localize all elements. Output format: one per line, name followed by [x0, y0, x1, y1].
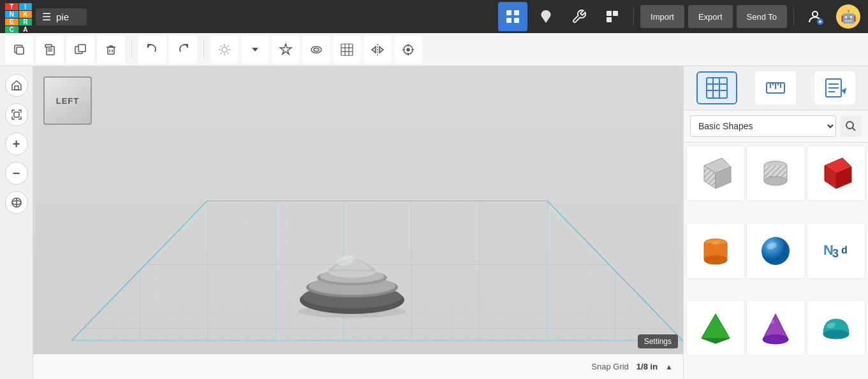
nav-blocks-button[interactable] — [598, 2, 627, 31]
topbar: T I N K E R C A ☰ pie — [0, 0, 868, 33]
hole-button[interactable] — [302, 36, 330, 64]
svg-rect-46 — [14, 112, 19, 117]
svg-point-101 — [712, 241, 719, 245]
svg-rect-0 — [506, 10, 511, 15]
left-tools: + − — [0, 66, 33, 379]
nav-gallery-button[interactable] — [531, 2, 561, 31]
svg-rect-45 — [15, 86, 18, 90]
svg-point-113 — [823, 330, 849, 339]
panel-search: Basic Shapes — [684, 110, 868, 143]
svg-line-27 — [221, 52, 222, 54]
duplicate-button[interactable] — [66, 36, 94, 64]
svg-line-26 — [228, 52, 229, 54]
snap-button[interactable] — [394, 36, 422, 64]
svg-rect-4 — [607, 11, 612, 16]
panel-tabs — [684, 66, 868, 110]
shape-purple-cone[interactable] — [746, 300, 805, 356]
mirror-button[interactable] — [364, 36, 392, 64]
zoom-in-button[interactable]: + — [5, 132, 28, 155]
svg-marker-109 — [702, 338, 730, 343]
toolbar — [0, 33, 868, 66]
svg-rect-2 — [506, 18, 511, 23]
grid-snap-button[interactable] — [333, 36, 361, 64]
svg-rect-6 — [607, 17, 612, 22]
shape-orange-cylinder[interactable] — [686, 223, 745, 279]
user-button[interactable] — [800, 2, 830, 31]
logo-t: T — [5, 3, 18, 10]
shape-text-3d[interactable]: N 3 d — [807, 223, 865, 279]
project-name-area[interactable]: ☰ pie — [36, 8, 87, 25]
import-button[interactable]: Import — [640, 5, 684, 28]
tab-notes-button[interactable] — [814, 71, 855, 104]
snap-grid-expand-button[interactable]: ▲ — [665, 362, 673, 371]
svg-rect-5 — [613, 11, 618, 16]
export-button[interactable]: Export — [688, 5, 733, 28]
svg-marker-29 — [252, 48, 258, 52]
logo-n: N — [5, 11, 18, 18]
view-cube-label: LEFT — [56, 96, 80, 106]
community-shape-button[interactable] — [272, 36, 300, 64]
perspective-button[interactable] — [5, 191, 28, 214]
undo-button[interactable] — [138, 36, 166, 64]
shape-red-box[interactable] — [807, 145, 865, 201]
svg-point-7 — [813, 11, 818, 17]
svg-rect-12 — [45, 45, 52, 47]
shape-striped-cube[interactable] — [686, 145, 745, 201]
shape-blue-sphere[interactable] — [746, 223, 805, 279]
snap-grid-value: 1/8 in — [636, 362, 658, 371]
canvas-area[interactable]: LEFT — [33, 66, 683, 379]
send-to-button[interactable]: Send To — [737, 5, 787, 28]
topbar-divider-1 — [633, 7, 634, 26]
view-cube[interactable]: LEFT — [43, 76, 92, 125]
home-view-button[interactable] — [5, 74, 28, 97]
toolbar-divider-1 — [131, 40, 132, 59]
fit-view-button[interactable] — [5, 103, 28, 126]
svg-text:d: d — [841, 245, 848, 255]
svg-marker-30 — [280, 44, 291, 54]
shape-green-pyramid[interactable] — [686, 300, 745, 356]
status-bar: Snap Grid 1/8 in ▲ — [33, 354, 683, 379]
svg-point-40 — [407, 48, 409, 51]
svg-point-32 — [314, 48, 319, 51]
logo-i: I — [19, 3, 33, 10]
copy-button[interactable] — [5, 36, 33, 64]
tab-grid-button[interactable] — [696, 71, 737, 104]
3d-model — [282, 217, 422, 322]
paste-button[interactable] — [36, 36, 64, 64]
avatar-button[interactable]: 🤖 — [834, 2, 863, 31]
project-icon: ☰ — [42, 11, 51, 23]
svg-point-100 — [704, 255, 727, 264]
search-button[interactable] — [840, 115, 862, 137]
light-dropdown-button[interactable] — [241, 36, 269, 64]
redo-button[interactable] — [169, 36, 197, 64]
shapes-grid: N 3 d — [684, 143, 868, 379]
view-cube-face[interactable]: LEFT — [43, 76, 92, 125]
svg-rect-3 — [514, 18, 519, 23]
shape-striped-cylinder[interactable] — [746, 145, 805, 201]
nav-grid-button[interactable] — [498, 2, 527, 31]
svg-rect-33 — [341, 44, 353, 55]
svg-line-28 — [228, 45, 229, 46]
logo-a: A — [19, 26, 33, 33]
logo-e: E — [5, 18, 18, 25]
project-name: pie — [56, 11, 69, 22]
shape-teal-dome[interactable] — [807, 300, 865, 356]
topbar-divider-2 — [793, 7, 794, 26]
nav-tools-button[interactable] — [564, 2, 594, 31]
zoom-out-button[interactable]: − — [5, 162, 28, 185]
logo-k: K — [19, 11, 33, 18]
shape-selector[interactable]: Basic Shapes — [690, 115, 836, 137]
logo: T I N K E R C A — [5, 3, 32, 30]
svg-point-102 — [761, 237, 790, 265]
svg-marker-77 — [841, 88, 846, 94]
delete-button[interactable] — [97, 36, 125, 64]
tab-ruler-button[interactable] — [755, 71, 796, 104]
svg-rect-1 — [514, 10, 519, 15]
light-button[interactable] — [210, 36, 239, 64]
svg-text:3: 3 — [832, 247, 839, 260]
svg-point-92 — [764, 176, 787, 185]
settings-button[interactable]: Settings — [638, 334, 678, 348]
svg-rect-17 — [108, 47, 114, 54]
right-panel: Basic Shapes — [683, 66, 868, 379]
svg-line-25 — [221, 45, 222, 46]
